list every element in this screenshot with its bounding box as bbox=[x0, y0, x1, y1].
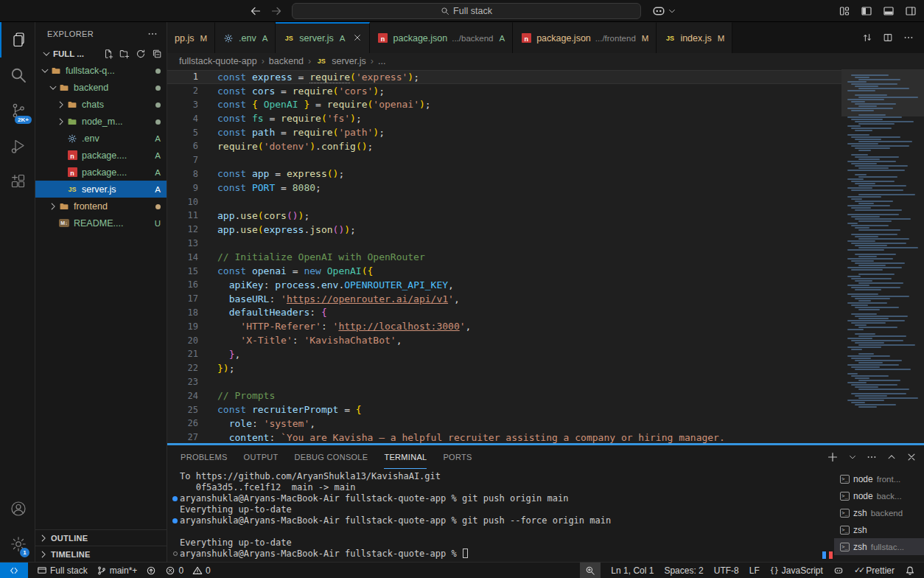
status-double-check[interactable]: ✓✓Prettier bbox=[854, 563, 895, 578]
status-copilot[interactable] bbox=[833, 563, 844, 578]
workspace-section-header[interactable]: FULL ... bbox=[35, 46, 167, 62]
tree-item-package-[interactable]: npackage....A bbox=[35, 164, 167, 181]
toggle-panel-icon[interactable] bbox=[883, 5, 895, 17]
new-folder-icon[interactable] bbox=[119, 49, 130, 59]
new-terminal-icon[interactable] bbox=[827, 451, 839, 463]
tree-item-chats[interactable]: chats bbox=[35, 96, 167, 113]
terminal-instance-node[interactable]: >_nodefront... bbox=[834, 470, 924, 487]
tab-server-js[interactable]: JSserver.jsA bbox=[276, 22, 369, 53]
terminal-dropdown-icon[interactable] bbox=[848, 453, 857, 462]
back-arrow-icon[interactable] bbox=[248, 3, 264, 19]
line-content: const path = require('path'); bbox=[198, 127, 385, 138]
explorer-more-icon[interactable] bbox=[147, 29, 158, 39]
activity-files[interactable] bbox=[0, 22, 35, 58]
panel-tab-output[interactable]: OUTPUT bbox=[244, 445, 279, 469]
line-content: const recruiterPrompt = { bbox=[198, 404, 362, 415]
close-panel-icon[interactable] bbox=[906, 452, 917, 462]
folder-file-icon bbox=[58, 82, 70, 94]
status-warning[interactable]: 0 bbox=[192, 563, 211, 578]
outline-section[interactable]: OUTLINE bbox=[35, 529, 167, 546]
open-changes-icon[interactable] bbox=[862, 32, 872, 43]
activity-search[interactable] bbox=[0, 58, 35, 93]
status-lf[interactable]: LF bbox=[749, 563, 760, 578]
status-publish[interactable] bbox=[146, 563, 156, 578]
tree-item-README-[interactable]: M↓README....U bbox=[35, 215, 167, 231]
activity-source-control[interactable]: 2K+ bbox=[0, 93, 35, 128]
activity-run-debug[interactable] bbox=[0, 128, 35, 164]
status-spaces-2[interactable]: Spaces: 2 bbox=[664, 563, 703, 578]
terminal-instance-node[interactable]: >_nodeback... bbox=[834, 487, 924, 504]
status-bell[interactable] bbox=[905, 563, 915, 578]
breadcrumb-item[interactable]: backend bbox=[269, 56, 304, 66]
panel-tab-problems[interactable]: PROBLEMS bbox=[181, 445, 228, 469]
tab-package-json[interactable]: npackage.json.../backendA bbox=[370, 22, 514, 53]
terminal-instance-zsh[interactable]: >_zshfullstac... bbox=[834, 538, 924, 555]
minimap[interactable] bbox=[841, 69, 924, 443]
tree-item-label: backend bbox=[74, 83, 153, 93]
terminal-instance-zsh[interactable]: >_zsh bbox=[834, 521, 924, 538]
files-icon bbox=[10, 31, 27, 49]
tree-item-node_m-[interactable]: node_m... bbox=[35, 113, 167, 130]
copilot-menu[interactable] bbox=[651, 3, 676, 19]
tree-item--env[interactable]: .envA bbox=[35, 130, 167, 147]
tree-item-frontend[interactable]: frontend bbox=[35, 198, 167, 215]
editor-tab-bar: pp.jsM.envAJSserver.jsAnpackage.json.../… bbox=[167, 22, 924, 53]
tree-item-package-[interactable]: npackage....A bbox=[35, 147, 167, 164]
panel-tab-ports[interactable]: PORTS bbox=[443, 445, 472, 469]
activity-settings[interactable]: 1 bbox=[0, 526, 35, 562]
search-value: Full stack bbox=[453, 6, 492, 16]
status-ln-1-col-1[interactable]: Ln 1, Col 1 bbox=[611, 563, 654, 578]
code-line: 20 'X-Title': 'KavishaChatBot', bbox=[167, 333, 841, 347]
timeline-section[interactable]: TIMELINE bbox=[35, 546, 167, 562]
code-editor[interactable]: 1const express = require('express');2con… bbox=[167, 69, 924, 443]
copilot-icon bbox=[833, 565, 844, 576]
panel-tab-terminal[interactable]: TERMINAL bbox=[384, 445, 427, 469]
status-window[interactable]: Full stack bbox=[37, 563, 88, 578]
tab--env[interactable]: .envA bbox=[215, 22, 276, 53]
command-center-search[interactable]: Full stack bbox=[292, 3, 641, 19]
line-number: 13 bbox=[167, 238, 198, 248]
code-line: 4const fs = require('fs'); bbox=[167, 111, 841, 125]
panel-tab-debug-console[interactable]: DEBUG CONSOLE bbox=[295, 445, 368, 469]
editor-more-icon[interactable] bbox=[903, 32, 914, 43]
warning-icon bbox=[192, 565, 203, 576]
tab-index-js[interactable]: JSindex.jsM bbox=[657, 22, 732, 53]
activity-extensions[interactable] bbox=[0, 164, 35, 199]
collapse-folders-icon[interactable] bbox=[152, 49, 162, 59]
status-utf-8[interactable]: UTF-8 bbox=[714, 563, 739, 578]
status-braces[interactable]: {}JavaScript bbox=[770, 563, 823, 578]
forward-arrow-icon[interactable] bbox=[268, 3, 284, 19]
tab-pp-js[interactable]: pp.jsM bbox=[167, 22, 215, 53]
split-editor-icon[interactable] bbox=[883, 32, 893, 43]
status-zoom[interactable] bbox=[580, 563, 601, 578]
refresh-explorer-icon[interactable] bbox=[136, 49, 146, 59]
close-tab-icon[interactable] bbox=[353, 33, 362, 44]
tree-item-label: chats bbox=[82, 100, 153, 110]
maximize-panel-icon[interactable] bbox=[886, 452, 897, 462]
terminal-output[interactable]: To https://github.com/AryanShukla13/Kavi… bbox=[167, 469, 834, 562]
tree-item-backend[interactable]: backend bbox=[35, 79, 167, 96]
breadcrumb-separator: › bbox=[371, 56, 374, 66]
tree-item-fullstack-q-[interactable]: fullstack-q... bbox=[35, 62, 167, 79]
status-branch[interactable]: main*+ bbox=[97, 563, 138, 578]
tab-package-json[interactable]: npackage.json.../frontendM bbox=[513, 22, 657, 53]
breadcrumb-item[interactable]: server.js bbox=[332, 56, 366, 66]
line-number: 19 bbox=[167, 321, 198, 332]
new-file-icon[interactable] bbox=[103, 49, 113, 59]
terminal-instance-zsh[interactable]: >_zshbackend bbox=[834, 504, 924, 521]
toggle-secondary-sidebar-icon[interactable] bbox=[905, 5, 917, 17]
status-remote[interactable] bbox=[0, 563, 28, 578]
terminal-line bbox=[170, 526, 834, 537]
toggle-primary-sidebar-icon[interactable] bbox=[861, 5, 872, 17]
activity-account[interactable] bbox=[0, 491, 35, 526]
code-line: 22}); bbox=[167, 361, 841, 375]
breadcrumb-item[interactable]: fullstack-quote-app bbox=[179, 56, 257, 66]
tree-item-label: node_m... bbox=[82, 116, 153, 127]
status-error[interactable]: 0 bbox=[165, 563, 183, 578]
breadcrumb-item[interactable]: ... bbox=[378, 56, 385, 66]
customize-layout-icon[interactable] bbox=[839, 5, 850, 17]
tree-item-server-js[interactable]: JSserver.jsA bbox=[35, 181, 167, 198]
chevron-down-icon bbox=[40, 66, 50, 76]
line-content: app.use(express.json()); bbox=[198, 224, 356, 235]
panel-more-icon[interactable] bbox=[867, 452, 877, 462]
